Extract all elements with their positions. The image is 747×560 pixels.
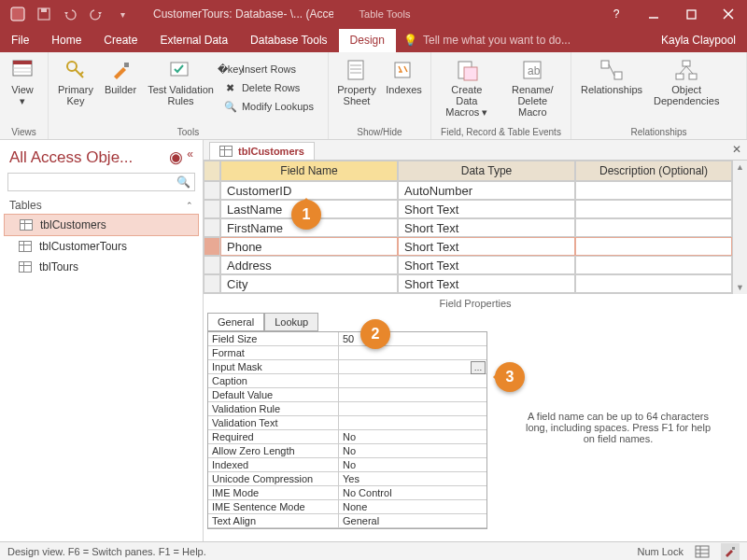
data-type-cell[interactable]: AutoNumber — [398, 181, 575, 200]
data-type-cell[interactable]: Short Text — [398, 200, 575, 218]
description-cell[interactable] — [575, 218, 732, 237]
object-dependencies-button[interactable]: Object Dependencies — [648, 54, 725, 108]
property-row[interactable]: Validation Text — [208, 416, 486, 430]
property-row[interactable]: Allow Zero Length No — [208, 444, 486, 458]
create-data-macros-button[interactable]: Create Data Macros ▾ — [435, 54, 499, 119]
prop-tab-general[interactable]: General — [207, 313, 264, 331]
redo-icon[interactable] — [84, 2, 108, 26]
nav-item-tblcustomertours[interactable]: tblCustomerTours — [0, 236, 203, 257]
user-name[interactable]: Kayla Claypool — [650, 34, 747, 52]
nav-dropdown-icon[interactable]: ◉ — [169, 147, 183, 167]
col-header-field-name[interactable]: Field Name — [220, 161, 398, 181]
property-value[interactable]: No — [339, 458, 486, 471]
property-row[interactable]: Validation Rule — [208, 402, 486, 416]
property-value[interactable] — [339, 388, 486, 401]
nav-item-tbltours[interactable]: tblTours — [0, 257, 203, 277]
row-selector[interactable] — [204, 200, 220, 218]
nav-collapse-icon[interactable]: « — [187, 147, 193, 167]
relationships-button[interactable]: Relationships — [575, 54, 648, 97]
maximize-button[interactable] — [672, 0, 710, 28]
field-row[interactable]: LastName Short Text — [204, 200, 732, 218]
doc-tab-close-icon[interactable]: ✕ — [732, 143, 741, 156]
view-button[interactable]: View▾ — [4, 54, 41, 108]
col-header-description[interactable]: Description (Optional) — [575, 161, 732, 181]
design-view-icon[interactable] — [721, 543, 740, 560]
close-button[interactable] — [710, 0, 747, 28]
col-header-data-type[interactable]: Data Type — [398, 161, 575, 181]
property-row[interactable]: IME Sentence Mode None — [208, 500, 486, 514]
property-row[interactable]: Field Size 50 — [208, 332, 486, 346]
property-row[interactable]: Indexed No — [208, 458, 486, 472]
field-row[interactable]: Address Short Text — [204, 256, 732, 274]
prop-tab-lookup[interactable]: Lookup — [264, 313, 318, 331]
data-type-cell[interactable]: Short Text — [398, 256, 575, 274]
tell-me-search[interactable]: 💡Tell me what you want to do... — [396, 34, 578, 52]
input-mask-builder-button[interactable]: … — [471, 361, 486, 374]
row-selector[interactable] — [204, 256, 220, 274]
tab-external-data[interactable]: External Data — [148, 29, 239, 52]
property-value[interactable] — [339, 374, 486, 387]
tab-database-tools[interactable]: Database Tools — [239, 29, 339, 52]
minimize-button[interactable] — [635, 0, 672, 28]
datasheet-view-icon[interactable] — [695, 545, 710, 558]
property-value[interactable] — [339, 416, 486, 429]
qat-customize-icon[interactable]: ▾ — [110, 2, 134, 26]
field-row[interactable]: FirstName Short Text — [204, 218, 732, 237]
property-value[interactable]: No — [339, 444, 486, 457]
nav-title[interactable]: All Access Obje... — [9, 148, 133, 167]
scroll-up-icon[interactable]: ▲ — [736, 162, 744, 172]
property-row[interactable]: Input Mask … — [208, 360, 486, 374]
property-sheet-button[interactable]: Property Sheet — [332, 54, 381, 108]
save-icon[interactable] — [32, 2, 56, 26]
builder-button[interactable]: Builder — [99, 54, 142, 97]
row-selector[interactable] — [204, 274, 220, 293]
property-value[interactable]: … — [339, 360, 486, 373]
rename-delete-macro-button[interactable]: ab Rename/ Delete Macro — [499, 54, 567, 119]
property-value[interactable]: None — [339, 500, 486, 513]
data-type-cell[interactable]: Short Text — [398, 237, 575, 256]
field-name-cell[interactable]: Address — [220, 256, 398, 274]
tab-home[interactable]: Home — [40, 29, 92, 52]
property-value[interactable]: No — [339, 430, 486, 443]
property-value[interactable]: General — [339, 514, 486, 527]
nav-item-tblcustomers[interactable]: tblCustomers — [4, 214, 199, 236]
tab-create[interactable]: Create — [92, 29, 148, 52]
property-value[interactable]: No Control — [339, 486, 486, 499]
insert-rows-button[interactable]: �keyInsert Rows — [219, 60, 317, 78]
data-type-cell[interactable]: Short Text — [398, 274, 575, 293]
property-row[interactable]: Text Align General — [208, 514, 486, 528]
field-row[interactable]: Phone Short Text — [204, 237, 732, 256]
property-value[interactable]: Yes — [339, 472, 486, 485]
description-cell[interactable] — [575, 200, 732, 218]
property-row[interactable]: Unicode Compression Yes — [208, 472, 486, 486]
field-row[interactable]: CustomerID AutoNumber — [204, 181, 732, 200]
description-cell[interactable] — [575, 237, 732, 256]
field-name-cell[interactable]: City — [220, 274, 398, 293]
scroll-down-icon[interactable]: ▼ — [736, 283, 744, 292]
row-selector[interactable] — [204, 237, 220, 256]
field-row[interactable]: City Short Text — [204, 274, 732, 293]
tab-file[interactable]: File — [0, 29, 40, 52]
property-row[interactable]: Default Value — [208, 388, 486, 402]
field-name-cell[interactable]: Phone — [220, 237, 398, 256]
property-row[interactable]: Format — [208, 346, 486, 360]
description-cell[interactable] — [575, 181, 732, 200]
modify-lookups-button[interactable]: 🔍Modify Lookups — [219, 97, 317, 116]
data-type-cell[interactable]: Short Text — [398, 218, 575, 237]
property-value[interactable] — [339, 402, 486, 415]
property-row[interactable]: IME Mode No Control — [208, 486, 486, 500]
property-value[interactable] — [339, 346, 486, 359]
row-selector[interactable] — [204, 181, 220, 200]
delete-rows-button[interactable]: ✖Delete Rows — [219, 78, 317, 97]
property-row[interactable]: Caption — [208, 374, 486, 388]
nav-group-tables[interactable]: Tables⌃ — [0, 197, 203, 214]
description-cell[interactable] — [575, 274, 732, 293]
row-selector[interactable] — [204, 218, 220, 237]
nav-search-input[interactable]: 🔍 — [7, 173, 195, 191]
description-cell[interactable] — [575, 256, 732, 274]
test-validation-button[interactable]: Test Validation Rules — [142, 54, 219, 108]
property-row[interactable]: Required No — [208, 430, 486, 444]
help-icon[interactable]: ? — [598, 0, 635, 28]
doc-tab-tblcustomers[interactable]: tblCustomers — [209, 142, 315, 160]
undo-icon[interactable] — [58, 2, 82, 26]
